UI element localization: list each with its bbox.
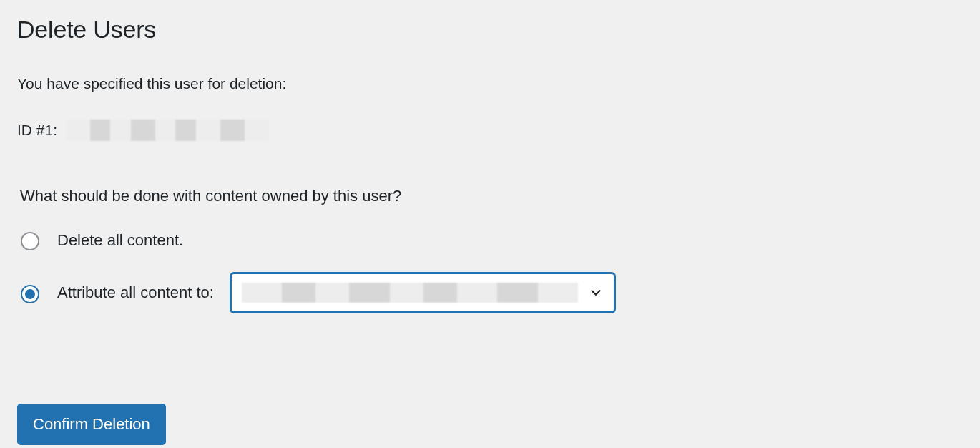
intro-text: You have specified this user for deletio… — [17, 75, 963, 92]
content-question: What should be done with content owned b… — [20, 187, 401, 205]
radio-attribute-to-label[interactable]: Attribute all content to: — [57, 283, 214, 302]
delete-users-page: Delete Users You have specified this use… — [0, 0, 980, 448]
option-delete-row: Delete all content. — [17, 230, 963, 250]
user-name-redacted — [66, 120, 269, 141]
user-line: ID #1: — [17, 120, 963, 141]
radio-delete-all-label[interactable]: Delete all content. — [57, 231, 183, 250]
actions-row: Confirm Deletion — [17, 404, 963, 445]
attribute-user-value-redacted — [242, 283, 578, 303]
radio-attribute-to[interactable] — [21, 285, 39, 303]
chevron-down-icon — [588, 285, 604, 301]
page-title: Delete Users — [17, 16, 963, 44]
radio-delete-all[interactable] — [21, 232, 39, 250]
content-ownership-fieldset: What should be done with content owned b… — [17, 187, 963, 335]
confirm-deletion-button[interactable]: Confirm Deletion — [17, 404, 166, 445]
attribute-user-select[interactable] — [230, 272, 616, 313]
user-id-label: ID #1: — [17, 122, 57, 139]
option-attribute-row: Attribute all content to: — [17, 272, 963, 313]
